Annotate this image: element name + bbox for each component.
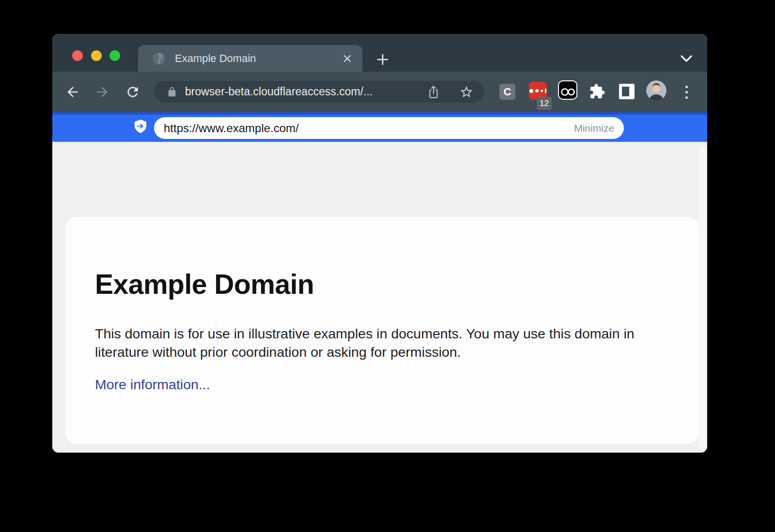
remote-url-input[interactable]: https://www.example.com/ Minimize	[154, 117, 624, 139]
dots-glyph	[529, 89, 546, 93]
address-bar[interactable]: browser-beta.cloudflareaccess.com/...	[154, 81, 484, 103]
browser-window: Example Domain	[52, 34, 707, 453]
address-url[interactable]: browser-beta.cloudflareaccess.com/...	[185, 85, 427, 98]
share-icon[interactable]	[427, 85, 440, 99]
minimize-window-button[interactable]	[91, 50, 102, 61]
title-bar: Example Domain	[52, 34, 707, 72]
forward-button[interactable]	[93, 82, 112, 102]
plus-icon	[376, 53, 389, 66]
profile-avatar[interactable]	[646, 80, 666, 101]
remote-url-text[interactable]: https://www.example.com/	[164, 122, 574, 135]
side-panel-icon[interactable]	[619, 84, 635, 99]
two-circles-glyph	[559, 81, 576, 99]
browser-tab[interactable]: Example Domain	[138, 45, 362, 72]
extension-c-icon[interactable]: C	[499, 84, 515, 100]
bookmark-star-icon[interactable]	[459, 85, 474, 99]
browser-toolbar: browser-beta.cloudflareaccess.com/... C …	[52, 72, 707, 112]
side-panel-inner	[622, 87, 629, 96]
forward-arrow-icon	[94, 84, 110, 100]
lock-icon[interactable]	[167, 87, 177, 97]
window-chevron-button[interactable]	[677, 51, 696, 67]
vertical-scrollbar[interactable]	[699, 146, 706, 449]
page-viewport: Example Domain This domain is for use in…	[52, 142, 707, 453]
extension-glasses-icon[interactable]	[558, 80, 577, 100]
avatar-photo	[646, 80, 666, 101]
puzzle-glyph	[589, 83, 605, 100]
back-button[interactable]	[63, 82, 82, 102]
extension-badge-count: 12	[537, 97, 552, 110]
chevron-down-icon	[679, 54, 694, 64]
page-paragraph: This domain is for use in illustrative e…	[95, 324, 654, 361]
zoom-window-button[interactable]	[109, 50, 120, 61]
reload-icon	[125, 84, 140, 100]
chrome-menu-button[interactable]	[680, 82, 693, 102]
minimize-bar-button[interactable]: Minimize	[574, 122, 614, 134]
content-card: Example Domain This domain is for use in…	[65, 217, 699, 444]
globe-favicon-icon	[153, 52, 165, 65]
reload-button[interactable]	[123, 82, 142, 102]
back-arrow-icon	[65, 84, 80, 100]
new-tab-button[interactable]	[374, 51, 391, 68]
close-window-button[interactable]	[72, 50, 83, 61]
isolation-bar: https://www.example.com/ Minimize	[52, 112, 707, 142]
tab-close-icon[interactable]	[341, 52, 354, 65]
shield-icon	[134, 119, 147, 134]
tab-title: Example Domain	[175, 52, 341, 65]
more-information-link[interactable]: More information...	[95, 377, 210, 393]
page-title: Example Domain	[95, 270, 670, 299]
extensions-puzzle-icon[interactable]	[589, 83, 605, 100]
